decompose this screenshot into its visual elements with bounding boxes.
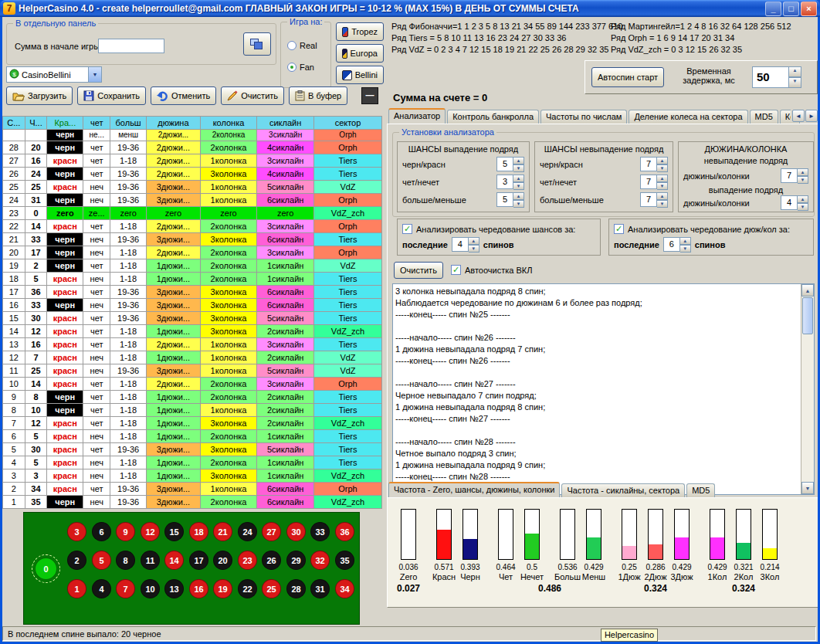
roulette-number-15[interactable]: 15 [164,522,184,541]
start-sum-input[interactable] [98,39,164,53]
tab-Анализатор[interactable]: Анализатор [388,108,446,124]
roulette-number-27[interactable]: 27 [262,522,281,541]
roulette-number-32[interactable]: 32 [310,551,330,570]
alternation-dozen-checkbox[interactable]: ✓ [614,224,624,234]
spinner-value[interactable]: 7 [640,192,657,207]
roulette-number-0[interactable]: 0 [35,558,57,580]
roulette-number-21[interactable]: 21 [213,522,232,541]
roulette-number-5[interactable]: 5 [92,551,111,570]
spinner-value[interactable]: 5 [496,157,513,171]
roulette-number-1[interactable]: 1 [67,579,86,598]
roulette-number-36[interactable]: 36 [335,522,354,541]
analyzer-setting-spinner[interactable]: 3▲▼ [496,175,524,189]
roulette-number-17[interactable]: 17 [189,551,208,570]
spinner-down-icon[interactable]: ▼ [657,200,668,208]
spinner-down-icon[interactable]: ▼ [798,203,808,211]
spinner-value[interactable]: 7 [781,168,798,183]
spinner-down-icon[interactable]: ▼ [513,164,524,172]
roulette-number-29[interactable]: 29 [286,551,306,570]
roulette-number-7[interactable]: 7 [116,579,135,598]
tab-Частота - сиклайны, сектора[interactable]: Частота - сиклайны, сектора [561,483,685,497]
roulette-number-11[interactable]: 11 [141,551,160,570]
spinner-up-icon[interactable]: ▲ [680,237,691,245]
spinner-value[interactable]: 4 [452,237,469,252]
roulette-number-4[interactable]: 4 [92,579,111,598]
log-scrollbar[interactable]: ▲ ▼ [801,284,814,494]
casino-button-Tropez[interactable]: Tropez [336,22,384,41]
tab-Деление колеса на сектора[interactable]: Деление колеса на сектора [629,110,747,124]
roulette-number-6[interactable]: 6 [92,522,111,541]
roulette-number-33[interactable]: 33 [310,522,330,541]
spinner-down-icon[interactable]: ▼ [513,182,524,190]
analyzer-setting-spinner[interactable]: 5▲▼ [496,192,524,207]
spinner-down-icon[interactable]: ▼ [657,182,668,190]
radio-fan[interactable]: Fan [287,63,314,72]
casino-button-Europa[interactable]: Europa [336,44,384,63]
spinner-up-icon[interactable]: ▲ [657,157,668,164]
delay-spinner[interactable]: 50▲▼ [752,66,801,88]
Очистить-button[interactable]: Очистить [221,86,284,105]
roulette-number-19[interactable]: 19 [213,579,232,598]
analyzer-setting-spinner[interactable]: 7▲▼ [640,157,668,171]
close-button[interactable]: × [801,2,817,16]
roulette-number-18[interactable]: 18 [189,522,208,541]
roulette-number-10[interactable]: 10 [141,579,160,598]
taskbar-label[interactable]: Helpercasino [601,629,658,642]
tab-scroll-left-icon[interactable]: ◄ [792,110,805,122]
spinner-value[interactable]: 6 [663,237,680,252]
analyzer-setting-spinner[interactable]: 7▲▼ [640,192,668,207]
last-spins-spinner-2[interactable]: 6▲▼ [663,237,691,252]
spinner-down-icon[interactable]: ▼ [657,164,668,172]
detach-panel-button[interactable] [243,32,271,56]
spinner-down-icon[interactable]: ▼ [798,176,808,184]
spinner-up-icon[interactable]: ▲ [789,66,801,77]
spinner-up-icon[interactable]: ▲ [798,168,808,176]
Отменить-button[interactable]: Отменить [151,86,216,105]
alternation-chances-checkbox[interactable]: ✓ [402,224,412,234]
Загрузить-button[interactable]: Загрузить [6,86,73,105]
roulette-number-12[interactable]: 12 [141,522,160,541]
roulette-number-8[interactable]: 8 [116,551,135,570]
analyzer-setting-spinner[interactable]: 5▲▼ [496,157,524,171]
roulette-number-14[interactable]: 14 [164,551,184,570]
roulette-number-16[interactable]: 16 [189,579,208,598]
roulette-number-30[interactable]: 30 [286,522,306,541]
roulette-number-28[interactable]: 28 [286,579,306,598]
roulette-number-35[interactable]: 35 [335,551,354,570]
spinner-down-icon[interactable]: ▼ [469,245,479,253]
scrollbar-thumb[interactable] [802,297,813,334]
autospin-start-button[interactable]: Автоспин старт [591,67,664,87]
spinner-up-icon[interactable]: ▲ [798,195,808,203]
Сохранить-button[interactable]: Сохранить [77,86,146,105]
dozen-miss-spinner[interactable]: 7▲▼ [781,168,808,183]
spinner-down-icon[interactable]: ▼ [513,200,524,208]
roulette-number-9[interactable]: 9 [116,522,135,541]
tab-MD5[interactable]: MD5 [750,110,778,124]
roulette-number-3[interactable]: 3 [67,522,86,541]
dozen-hit-spinner[interactable]: 4▲▼ [781,195,808,210]
minimize-button[interactable]: _ [765,2,781,16]
В буфер-button[interactable]: В буфер [289,86,347,105]
spinner-up-icon[interactable]: ▲ [513,175,524,182]
spinner-up-icon[interactable]: ▲ [657,192,668,200]
roulette-number-31[interactable]: 31 [310,579,330,598]
roulette-number-34[interactable]: 34 [335,579,354,598]
spinner-down-icon[interactable]: ▼ [680,245,691,253]
spinner-value[interactable]: 50 [752,66,789,88]
spinner-value[interactable]: 4 [781,195,798,210]
tab-Частоты по числам[interactable]: Частоты по числам [540,110,627,124]
tab-Частота - Zero, шансы, дюжины, колонки[interactable]: Частота - Zero, шансы, дюжины, колонки [388,482,560,497]
spinner-up-icon[interactable]: ▲ [513,192,524,200]
roulette-number-25[interactable]: 25 [262,579,281,598]
spinner-value[interactable]: 7 [640,157,657,171]
spinner-down-icon[interactable]: ▼ [789,77,801,88]
roulette-number-13[interactable]: 13 [164,579,184,598]
analyzer-clear-button[interactable]: Очистить [394,262,443,279]
casino-select[interactable]: $ CasinoBellini ▼ [6,66,102,83]
spinner-up-icon[interactable]: ▲ [657,175,668,182]
tab-Контроль банкролла[interactable]: Контроль банкролла [447,110,539,124]
spinner-value[interactable]: 3 [496,175,513,189]
roulette-number-26[interactable]: 26 [262,551,281,570]
maximize-button[interactable]: □ [783,2,799,16]
last-spins-spinner-1[interactable]: 4▲▼ [452,237,479,252]
